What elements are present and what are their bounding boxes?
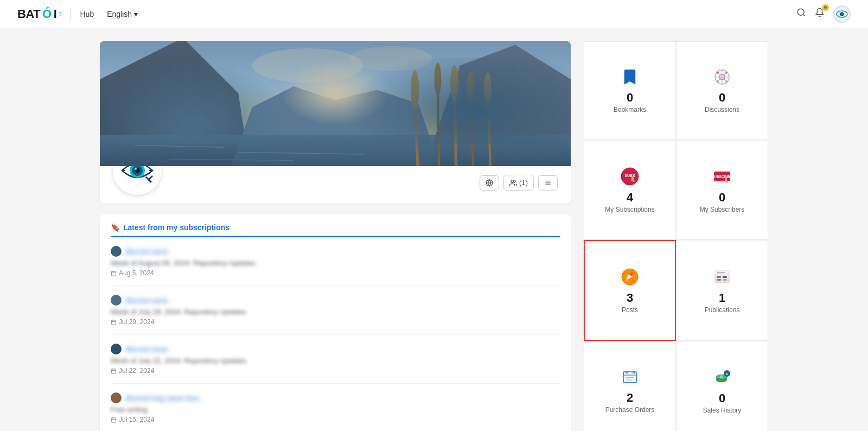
bookmarks-card[interactable]: 0 Bookmarks	[584, 41, 676, 140]
svg-point-25	[484, 73, 492, 107]
friends-count: (1)	[519, 179, 528, 187]
svg-point-7	[252, 48, 363, 83]
profile-card: (1)	[100, 41, 571, 204]
search-icon[interactable]	[796, 8, 806, 20]
profile-bottom: (1)	[100, 166, 571, 204]
left-panel: (1) 🔖 Latest from my subscriptions Blurr…	[100, 41, 571, 431]
subscriptions-count: 4	[627, 192, 633, 204]
header-right: 9	[796, 5, 851, 23]
feed-item: Blurred name Week of July 22, 2024: Repo…	[111, 344, 560, 384]
svg-rect-82	[715, 271, 729, 275]
notification-bell[interactable]: 9	[815, 8, 825, 20]
cover-image	[100, 41, 571, 166]
sales-history-count: 0	[719, 392, 725, 404]
feed-author-row: Blurred name	[111, 344, 560, 354]
publications-card[interactable]: 1 Publications	[676, 240, 768, 341]
friends-button[interactable]: (1)	[503, 175, 534, 191]
bookmarks-count: 0	[627, 92, 633, 104]
user-avatar-header[interactable]	[833, 5, 851, 23]
globe-button[interactable]	[480, 175, 499, 191]
svg-line-67	[718, 77, 722, 81]
svg-point-0	[797, 9, 804, 15]
feed-card: 🔖 Latest from my subscriptions Blurred n…	[100, 214, 571, 431]
svg-rect-53	[111, 417, 116, 422]
svg-rect-76	[725, 176, 727, 181]
feed-item-date: Jul 22, 2024	[111, 367, 560, 375]
svg-point-23	[467, 71, 474, 102]
subscriptions-card[interactable]: SUBS 4 My Subscriptions	[584, 140, 676, 240]
logo-registered: ®	[59, 11, 62, 17]
svg-rect-49	[111, 369, 116, 373]
subscriptions-label: My Subscriptions	[605, 206, 654, 213]
sales-history-icon: $ $	[713, 368, 731, 389]
feed-item-title: Week of August 05, 2024: Repository Upda…	[111, 259, 560, 267]
settings-button[interactable]	[538, 175, 558, 191]
sales-history-label: Sales History	[703, 407, 742, 414]
subscriptions-icon: SUBS	[621, 167, 639, 188]
svg-point-19	[435, 63, 442, 96]
purchase-orders-card[interactable]: 2 Purchase Orders	[584, 341, 676, 431]
logo[interactable]: BATÓI®	[17, 7, 62, 21]
svg-text:$: $	[720, 375, 723, 379]
author-avatar	[111, 295, 122, 306]
sales-history-card[interactable]: $ $ 0 Sales History	[676, 341, 768, 431]
subscribers-card[interactable]: SUBSCRIBE 0 My Subscribers	[676, 140, 768, 240]
publications-icon	[713, 268, 731, 289]
feed-item: Blurred name Week of August 05, 2024: Re…	[111, 246, 560, 286]
svg-line-66	[722, 73, 726, 77]
svg-line-65	[718, 73, 722, 77]
svg-rect-85	[723, 276, 727, 278]
logo-bat-text: BAT	[17, 7, 40, 21]
svg-text:SUBS: SUBS	[624, 174, 635, 178]
purchase-orders-icon	[621, 369, 639, 389]
author-name: Blurred name	[126, 296, 168, 305]
subscribers-count: 0	[719, 192, 725, 204]
feed-item-date: Aug 5, 2024	[111, 269, 560, 277]
author-name: Blurred long name here	[126, 394, 200, 402]
svg-rect-84	[717, 279, 721, 281]
feed-author-row: Blurred name	[111, 246, 560, 257]
svg-line-68	[722, 77, 726, 81]
author-avatar	[111, 344, 122, 354]
svg-rect-41	[111, 271, 116, 275]
discussion-icon	[713, 68, 731, 88]
posts-icon	[621, 268, 639, 289]
stats-grid: 0 Bookmarks	[584, 41, 768, 431]
author-name: Blurred name	[126, 345, 168, 353]
svg-rect-91	[626, 379, 632, 381]
svg-line-18	[438, 83, 439, 166]
main-nav: Hub English ▾	[80, 10, 138, 18]
feed-item-title: Free writing	[111, 405, 560, 414]
subscribers-icon: SUBSCRIBE	[713, 167, 731, 188]
language-selector[interactable]: English ▾	[107, 10, 138, 18]
discussions-card[interactable]: 0 Discussions	[676, 41, 768, 140]
discussions-count: 0	[719, 92, 725, 104]
purchase-orders-label: Purchase Orders	[605, 406, 655, 414]
feed-item: Blurred name Week of July 29, 2024: Repo…	[111, 295, 560, 335]
svg-point-37	[511, 180, 514, 182]
bookmark-feed-icon: 🔖	[111, 223, 120, 232]
svg-line-1	[803, 14, 805, 16]
author-name: Blurred name	[126, 248, 168, 256]
svg-point-8	[349, 46, 432, 71]
svg-rect-86	[723, 279, 727, 281]
profile-actions: (1)	[480, 170, 558, 191]
svg-rect-12	[100, 135, 571, 166]
feed-item: Blurred long name here Free writing Jul …	[111, 392, 560, 431]
main-header: BATÓI® Hub English ▾ 9	[0, 0, 868, 28]
feed-item-date: Jul 15, 2024	[111, 416, 560, 423]
chevron-down-icon: ▾	[134, 10, 138, 18]
bookmarks-label: Bookmarks	[614, 106, 646, 113]
author-avatar	[111, 392, 122, 403]
posts-card[interactable]: 3 Posts	[584, 240, 676, 341]
svg-rect-83	[717, 276, 721, 278]
feed-title: 🔖 Latest from my subscriptions	[111, 223, 560, 237]
feed-item-title: Week of July 22, 2024: Repository Update…	[111, 357, 560, 365]
feed-item-title: Week of July 29, 2024: Repository Update…	[111, 308, 560, 316]
posts-count: 3	[627, 292, 633, 304]
author-avatar	[111, 246, 122, 257]
svg-point-21	[450, 65, 458, 101]
nav-hub-link[interactable]: Hub	[80, 10, 94, 18]
feed-item-date: Jul 29, 2024	[111, 318, 560, 326]
svg-point-17	[411, 71, 419, 109]
